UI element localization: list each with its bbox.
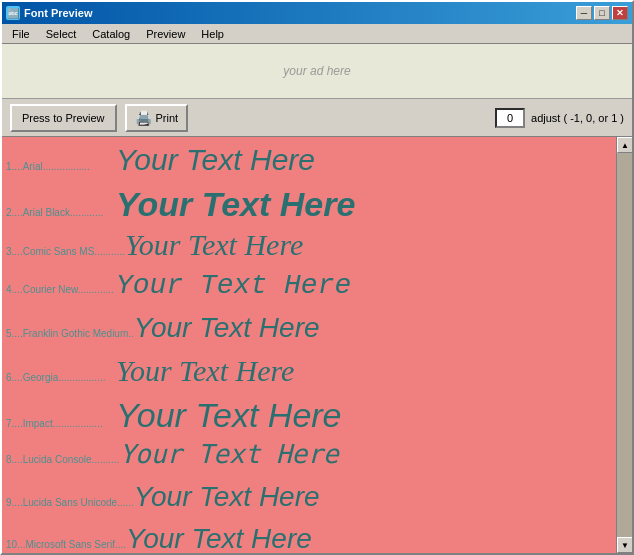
font-row: 4....Courier New.............Your Text H… (2, 268, 616, 310)
font-preview-text: Your Text Here (116, 396, 342, 435)
print-button[interactable]: 🖨️ Print (125, 104, 189, 132)
content-area: 1....Arial.................Your Text Her… (2, 137, 632, 553)
adjust-area: adjust ( -1, 0, or 1 ) (495, 108, 624, 128)
menu-select[interactable]: Select (38, 26, 85, 42)
font-preview-text: Your Text Here (116, 270, 351, 301)
font-row: 6....Georgia.................Your Text H… (2, 352, 616, 394)
menu-catalog[interactable]: Catalog (84, 26, 138, 42)
font-row: 10...Microsoft Sans Serif....Your Text H… (2, 521, 616, 553)
adjust-input[interactable] (495, 108, 525, 128)
menu-file[interactable]: File (4, 26, 38, 42)
title-bar: 🔤 Font Preview ─ □ ✕ (2, 2, 632, 24)
font-label: 10...Microsoft Sans Serif.... (6, 539, 126, 550)
ad-text: your ad here (283, 64, 350, 78)
close-button[interactable]: ✕ (612, 6, 628, 20)
font-label: 2....Arial Black............ (6, 207, 116, 218)
menu-help[interactable]: Help (193, 26, 232, 42)
font-label: 3....Comic Sans MS........... (6, 246, 125, 257)
minimize-button[interactable]: ─ (576, 6, 592, 20)
font-label: 5....Franklin Gothic Medium.. (6, 328, 134, 339)
font-row: 8....Lucida Console..........Your Text H… (2, 437, 616, 479)
font-preview-text: Your Text Here (134, 481, 320, 513)
print-label: Print (156, 112, 179, 124)
font-label: 4....Courier New............. (6, 284, 116, 295)
main-window: 🔤 Font Preview ─ □ ✕ File Select Catalog… (0, 0, 634, 555)
font-preview-text: Your Text Here (116, 185, 355, 224)
font-row: 3....Comic Sans MS...........Your Text H… (2, 226, 616, 268)
font-preview-text: Your Text Here (116, 143, 315, 177)
scroll-down-button[interactable]: ▼ (617, 537, 632, 553)
font-row: 9....Lucida Sans Unicode......Your Text … (2, 479, 616, 521)
font-row: 2....Arial Black............Your Text He… (2, 183, 616, 226)
window-title: Font Preview (24, 7, 92, 19)
app-icon: 🔤 (6, 6, 20, 20)
font-label: 8....Lucida Console.......... (6, 454, 119, 465)
scroll-up-button[interactable]: ▲ (617, 137, 632, 153)
font-row: 1....Arial.................Your Text Her… (2, 141, 616, 183)
scrollbar: ▲ ▼ (616, 137, 632, 553)
font-preview-text: Your Text Here (134, 312, 320, 344)
font-row: 7....Impact..................Your Text H… (2, 394, 616, 437)
font-preview-text: Your Text Here (116, 354, 294, 388)
font-list[interactable]: 1....Arial.................Your Text Her… (2, 137, 616, 553)
menu-preview[interactable]: Preview (138, 26, 193, 42)
font-preview-text: Your Text Here (119, 439, 338, 469)
printer-icon: 🖨️ (135, 110, 152, 126)
font-label: 1....Arial................. (6, 161, 116, 172)
font-row: 5....Franklin Gothic Medium..Your Text H… (2, 310, 616, 352)
font-preview-text: Your Text Here (126, 523, 312, 553)
font-label: 9....Lucida Sans Unicode...... (6, 497, 134, 508)
menu-bar: File Select Catalog Preview Help (2, 24, 632, 44)
toolbar: Press to Preview 🖨️ Print adjust ( -1, 0… (2, 99, 632, 137)
title-bar-buttons: ─ □ ✕ (576, 6, 628, 20)
scroll-track[interactable] (617, 153, 632, 537)
ad-banner: your ad here (2, 44, 632, 99)
font-label: 7....Impact.................. (6, 418, 116, 429)
maximize-button[interactable]: □ (594, 6, 610, 20)
title-bar-left: 🔤 Font Preview (6, 6, 92, 20)
font-label: 6....Georgia................. (6, 372, 116, 383)
preview-button[interactable]: Press to Preview (10, 104, 117, 132)
font-preview-text: Your Text Here (125, 228, 303, 262)
adjust-label: adjust ( -1, 0, or 1 ) (531, 112, 624, 124)
